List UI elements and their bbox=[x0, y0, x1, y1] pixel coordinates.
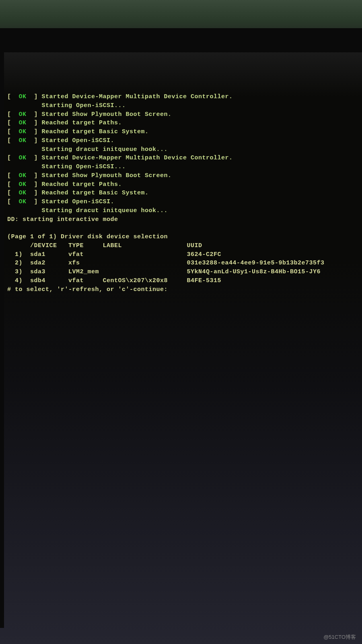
boot-line: [ OK ] Started Device-Mapper Multipath D… bbox=[7, 154, 362, 163]
device-list: 1) sda1 vfat 3624-C2FC 2) sda2 xfs 031e3… bbox=[7, 250, 362, 285]
boot-line: [ OK ] Reached target Paths. bbox=[7, 119, 362, 128]
blank-line bbox=[7, 224, 362, 233]
boot-line: [ OK ] Started Device-Mapper Multipath D… bbox=[7, 93, 362, 101]
boot-line: [ OK ] Reached target Basic System. bbox=[7, 128, 362, 136]
prompt-line[interactable]: # to select, 'r'-refresh, or 'c'-continu… bbox=[7, 285, 362, 294]
page-header: (Page 1 of 1) Driver disk device selecti… bbox=[7, 233, 362, 242]
boot-line: [ OK ] Started Open-iSCSI. bbox=[7, 136, 362, 145]
watermark: @51CTO博客 bbox=[323, 634, 356, 641]
device-row[interactable]: 4) sdb4 vfat CentOS\x207\x20x8 B4FE-5315 bbox=[7, 277, 362, 285]
boot-line: Starting Open-iSCSI... bbox=[7, 101, 362, 110]
device-row[interactable]: 2) sda2 xfs 031e3288-ea44-4ee9-91e5-9b13… bbox=[7, 259, 362, 268]
dd-mode-line: DD: starting interactive mode bbox=[7, 215, 362, 224]
terminal-output[interactable]: [ OK ] Started Device-Mapper Multipath D… bbox=[7, 93, 362, 294]
boot-line: Starting dracut initqueue hook... bbox=[7, 145, 362, 154]
boot-line: Starting dracut initqueue hook... bbox=[7, 206, 362, 215]
boot-line: [ OK ] Started Show Plymouth Boot Screen… bbox=[7, 110, 362, 119]
boot-line: [ OK ] Reached target Paths. bbox=[7, 180, 362, 189]
boot-line: [ OK ] Reached target Basic System. bbox=[7, 189, 362, 198]
boot-line: [ OK ] Started Open-iSCSI. bbox=[7, 198, 362, 206]
boot-messages: [ OK ] Started Device-Mapper Multipath D… bbox=[7, 93, 362, 215]
device-row[interactable]: 1) sda1 vfat 3624-C2FC bbox=[7, 250, 362, 259]
boot-line: [ OK ] Started Show Plymouth Boot Screen… bbox=[7, 171, 362, 180]
table-header: /DEVICE TYPE LABEL UUID bbox=[7, 242, 362, 250]
boot-line: Starting Open-iSCSI... bbox=[7, 163, 362, 171]
device-row[interactable]: 3) sda3 LVM2_mem 5YkN4Q-anLd-USy1-Us8z-B… bbox=[7, 268, 362, 277]
